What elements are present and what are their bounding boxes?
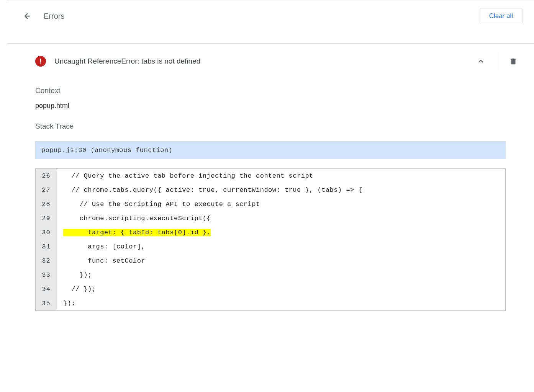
code-line: target: { tabId: tabs[0].id }, <box>57 225 505 240</box>
context-heading: Context <box>35 87 506 95</box>
line-number: 33 <box>36 268 57 282</box>
trash-icon <box>509 57 518 65</box>
code-block: 26 // Query the active tab before inject… <box>35 168 506 311</box>
code-line: }); <box>57 268 505 282</box>
back-button[interactable] <box>22 11 33 21</box>
page-header: Errors Clear all <box>7 0 534 32</box>
delete-error-button[interactable] <box>504 52 523 70</box>
clear-all-button[interactable]: Clear all <box>480 8 523 24</box>
code-row: 33 }); <box>36 268 505 282</box>
code-row: 28 // Use the Scripting API to execute a… <box>36 197 505 211</box>
code-row: 29 chrome.scripting.executeScript({ <box>36 211 505 225</box>
code-row: 30 target: { tabId: tabs[0].id }, <box>36 225 505 240</box>
code-line: chrome.scripting.executeScript({ <box>57 211 505 225</box>
line-number: 30 <box>36 225 57 240</box>
code-row: 31 args: [color], <box>36 240 505 254</box>
page-title: Errors <box>44 12 64 21</box>
error-details: Context popup.html Stack Trace popup.js:… <box>7 79 534 322</box>
code-row: 34 // }); <box>36 282 505 296</box>
line-number: 29 <box>36 211 57 225</box>
line-number: 34 <box>36 282 57 296</box>
line-number: 31 <box>36 240 57 254</box>
chevron-up-icon <box>477 57 485 65</box>
code-row: 35}); <box>36 296 505 310</box>
line-number: 26 <box>36 169 57 183</box>
line-number: 35 <box>36 296 57 310</box>
code-row: 26 // Query the active tab before inject… <box>36 169 505 183</box>
code-line: args: [color], <box>57 240 505 254</box>
error-header-row[interactable]: ! Uncaught ReferenceError: tabs is not d… <box>7 44 534 79</box>
stack-frame[interactable]: popup.js:30 (anonymous function) <box>35 141 506 159</box>
line-number: 32 <box>36 254 57 268</box>
code-line: // Use the Scripting API to execute a sc… <box>57 197 505 211</box>
code-line: }); <box>57 296 505 310</box>
code-line: // }); <box>57 282 505 296</box>
action-divider <box>497 52 497 70</box>
collapse-button[interactable] <box>472 52 490 70</box>
line-number: 28 <box>36 197 57 211</box>
code-row: 27 // chrome.tabs.query({ active: true, … <box>36 183 505 197</box>
line-number: 27 <box>36 183 57 197</box>
arrow-left-icon <box>23 11 32 21</box>
code-line: // chrome.tabs.query({ active: true, cur… <box>57 183 505 197</box>
code-line: // Query the active tab before injecting… <box>57 169 505 183</box>
code-line: func: setColor <box>57 254 505 268</box>
stack-trace-heading: Stack Trace <box>35 122 506 131</box>
code-row: 32 func: setColor <box>36 254 505 268</box>
context-value: popup.html <box>35 102 506 110</box>
error-icon: ! <box>35 56 46 67</box>
error-message: Uncaught ReferenceError: tabs is not def… <box>54 57 472 65</box>
